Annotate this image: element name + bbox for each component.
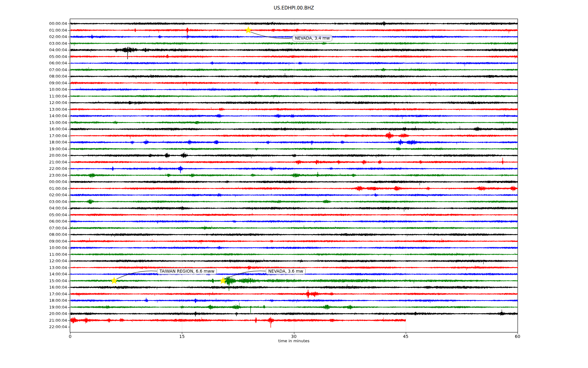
row-label: 05:00:04 [0, 213, 67, 217]
row-label: 02:00:04 [0, 34, 67, 39]
row-label: 11:00:04 [0, 252, 67, 257]
x-tick-label: 15 [172, 334, 192, 339]
row-label: 03:00:04 [0, 41, 67, 46]
chart-title: US.EDHPI.00.BHZ [70, 5, 518, 11]
row-label: 01:00:04 [0, 28, 67, 33]
annotation-label: TAIWAN REGION, 6.6 mww [157, 268, 217, 274]
row-label: 13:00:04 [0, 265, 67, 270]
row-label: 11:00:04 [0, 94, 67, 99]
row-label: 02:00:04 [0, 193, 67, 197]
row-label: 13:00:04 [0, 107, 67, 112]
row-label: 17:00:04 [0, 133, 67, 138]
row-label: 22:00:04 [0, 324, 67, 329]
row-label: 15:00:04 [0, 120, 67, 125]
row-label: 15:00:04 [0, 278, 67, 283]
row-label: 14:00:04 [0, 113, 67, 118]
row-label: 23:00:04 [0, 173, 67, 178]
row-label: 07:00:04 [0, 226, 67, 231]
row-label: 22:00:04 [0, 166, 67, 171]
event-star-icon [219, 277, 227, 284]
row-label: 18:00:04 [0, 140, 67, 145]
row-label: 04:00:04 [0, 48, 67, 52]
row-label: 12:00:04 [0, 259, 67, 263]
row-label: 20:00:04 [0, 153, 67, 158]
event-star-icon [110, 277, 118, 284]
row-label: 12:00:04 [0, 100, 67, 105]
row-label: 07:00:04 [0, 67, 67, 72]
annotation-connector [251, 32, 292, 39]
row-label: 05:00:04 [0, 54, 67, 59]
row-label: 16:00:04 [0, 285, 67, 290]
row-label: 03:00:04 [0, 199, 67, 204]
annotation-label: NEVADA, 3.6 mw [266, 268, 306, 274]
row-label: 01:00:04 [0, 186, 67, 191]
x-tick-label: 0 [60, 334, 80, 339]
annotation-connector [117, 271, 157, 279]
row-label: 18:00:04 [0, 298, 67, 303]
row-label: 00:00:04 [0, 21, 67, 26]
row-label: 04:00:04 [0, 206, 67, 211]
row-label: 06:00:04 [0, 219, 67, 224]
row-label: 14:00:04 [0, 272, 67, 277]
figure: US.EDHPI.00.BHZ 00:00:0401:00:0402:00:04… [0, 0, 588, 368]
row-label: 21:00:04 [0, 318, 67, 323]
x-axis-title: time in minutes [70, 339, 518, 343]
row-label: 10:00:04 [0, 245, 67, 250]
row-label: 21:00:04 [0, 160, 67, 165]
event-marker-overlay [0, 0, 588, 368]
row-label: 08:00:04 [0, 74, 67, 79]
row-label: 09:00:04 [0, 239, 67, 244]
row-label: 19:00:04 [0, 147, 67, 151]
x-tick-label: 30 [284, 334, 304, 339]
helicorder-canvas [0, 0, 588, 368]
row-label: 06:00:04 [0, 61, 67, 66]
row-label: 00:00:04 [0, 179, 67, 184]
annotation-connector [225, 271, 266, 279]
row-label: 08:00:04 [0, 232, 67, 237]
row-label: 20:00:04 [0, 311, 67, 316]
row-label: 19:00:04 [0, 305, 67, 310]
annotation-label: NEVADA, 3.4 mw [292, 35, 332, 41]
x-tick-label: 60 [508, 334, 527, 339]
row-label: 10:00:04 [0, 87, 67, 92]
row-label: 16:00:04 [0, 127, 67, 132]
row-label: 17:00:04 [0, 292, 67, 297]
x-tick-label: 45 [396, 334, 416, 339]
event-star-icon [245, 26, 252, 34]
row-label: 09:00:04 [0, 81, 67, 86]
